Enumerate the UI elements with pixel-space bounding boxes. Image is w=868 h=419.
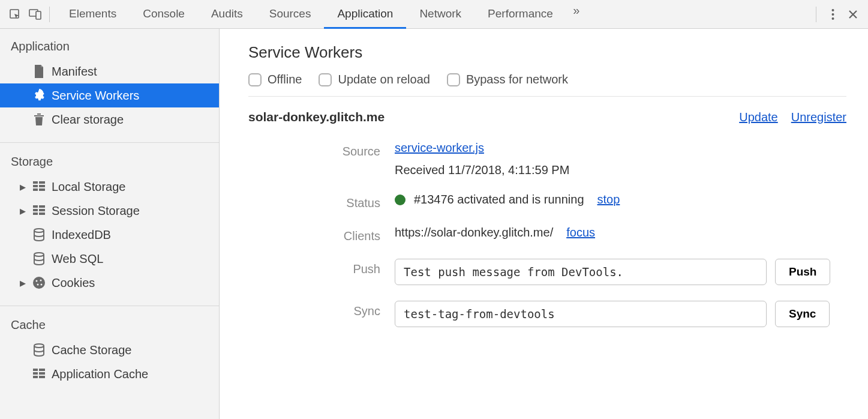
checkbox-label: Offline [268,73,302,86]
devtools-tabbar: Elements Console Audits Sources Applicat… [0,0,868,29]
svg-rect-2 [36,11,41,19]
sidebar-item-label: Manifest [52,65,97,79]
sidebar-item-local-storage[interactable]: ▸ Local Storage [0,175,219,199]
sidebar-title-application: Application [0,35,219,59]
svg-rect-7 [39,181,45,184]
svg-rect-6 [33,181,38,184]
chevron-right-icon: ▸ [19,203,26,218]
update-on-reload-checkbox[interactable]: Update on reload [319,73,430,86]
sync-input[interactable] [395,301,767,327]
status-label: Status [248,193,380,210]
tab-application[interactable]: Application [324,1,406,29]
grid-icon [32,204,46,217]
sidebar-item-application-cache[interactable]: Application Cache [0,362,219,386]
svg-point-20 [33,277,45,289]
options-row: Offline Update on reload Bypass for netw… [248,73,846,97]
chevron-right-icon: ▸ [19,179,26,194]
sidebar-item-cookies[interactable]: ▸ Cookies [0,271,219,295]
svg-point-5 [831,17,834,20]
tab-elements[interactable]: Elements [56,1,130,29]
sidebar-item-manifest[interactable]: Manifest [0,59,219,83]
client-url: https://solar-donkey.glitch.me/ [395,226,553,240]
service-workers-panel: Service Workers Offline Update on reload… [220,29,868,419]
svg-point-3 [831,9,834,11]
svg-rect-12 [33,205,38,208]
update-link[interactable]: Update [739,110,778,124]
chevron-right-icon: ▸ [19,276,26,290]
push-button[interactable]: Push [775,259,830,285]
sidebar-item-label: Application Cache [52,367,148,381]
device-toggle-icon[interactable] [25,4,46,25]
tab-console[interactable]: Console [130,1,198,29]
svg-point-18 [34,229,44,232]
checkbox-icon [319,73,332,86]
push-input[interactable] [395,259,767,285]
checkbox-icon [447,73,460,86]
push-label: Push [248,259,380,276]
svg-point-21 [36,280,38,282]
checkbox-label: Update on reload [338,73,430,86]
status-dot-icon [395,194,406,205]
sidebar-item-web-sql[interactable]: Web SQL [0,247,219,271]
tab-audits[interactable]: Audits [198,1,256,29]
checkbox-icon [248,73,262,86]
svg-point-22 [40,280,42,282]
tab-network[interactable]: Network [406,1,474,29]
svg-rect-9 [39,185,45,187]
status-text: #13476 activated and is running [414,193,584,206]
close-icon[interactable] [843,4,863,25]
focus-link[interactable]: focus [566,226,595,240]
kebab-menu-icon[interactable] [822,4,843,25]
sidebar-group-application: Application Manifest Service Workers [0,35,219,143]
sidebar-item-indexeddb[interactable]: IndexedDB [0,223,219,247]
database-icon [32,228,46,241]
svg-rect-30 [33,376,38,378]
sidebar-item-label: Web SQL [52,252,103,266]
file-icon [32,65,46,78]
svg-point-23 [37,284,39,286]
svg-rect-17 [39,213,45,215]
grid-icon [32,180,46,193]
database-icon [32,343,46,357]
sidebar-item-cache-storage[interactable]: Cache Storage [0,338,219,362]
sync-button[interactable]: Sync [775,301,830,327]
grid-icon [32,367,46,381]
tab-sources[interactable]: Sources [256,1,325,29]
trash-icon [32,113,46,126]
svg-point-24 [41,284,43,286]
sidebar-group-cache: Cache Cache Storage Application Cache [0,313,219,397]
database-icon [32,252,46,265]
svg-point-4 [831,13,834,16]
sidebar-title-storage: Storage [0,150,219,175]
separator [816,7,816,22]
source-link[interactable]: service-worker.js [395,141,484,155]
sidebar-title-cache: Cache [0,313,219,338]
sync-label: Sync [248,301,380,318]
bypass-network-checkbox[interactable]: Bypass for network [447,73,568,86]
stop-link[interactable]: stop [597,193,620,206]
svg-rect-31 [39,376,45,378]
sidebar-item-label: Local Storage [52,180,125,194]
sidebar-group-storage: Storage ▸ Local Storage ▸ Session Storag… [0,150,219,306]
svg-point-25 [34,344,44,348]
more-tabs-icon[interactable]: » [566,0,587,20]
unregister-link[interactable]: Unregister [791,110,846,124]
tab-performance[interactable]: Performance [474,1,566,29]
inspect-icon[interactable] [5,4,25,25]
svg-rect-11 [39,188,45,191]
sidebar-item-service-workers[interactable]: Service Workers [0,83,219,107]
offline-checkbox[interactable]: Offline [248,73,302,86]
cookie-icon [32,276,46,289]
registration-fields: Source service-worker.js Received 11/7/2… [248,141,846,327]
svg-rect-16 [33,213,38,215]
tab-strip: Elements Console Audits Sources Applicat… [56,0,587,28]
sidebar-item-session-storage[interactable]: ▸ Session Storage [0,199,219,223]
svg-rect-29 [39,372,45,375]
sidebar-item-clear-storage[interactable]: Clear storage [0,107,219,131]
application-sidebar: Application Manifest Service Workers [0,29,220,419]
registration-header: solar-donkey.glitch.me Update Unregister [248,110,846,124]
separator [49,7,50,22]
svg-rect-28 [33,372,38,375]
svg-point-19 [34,253,44,256]
svg-rect-26 [33,369,38,371]
